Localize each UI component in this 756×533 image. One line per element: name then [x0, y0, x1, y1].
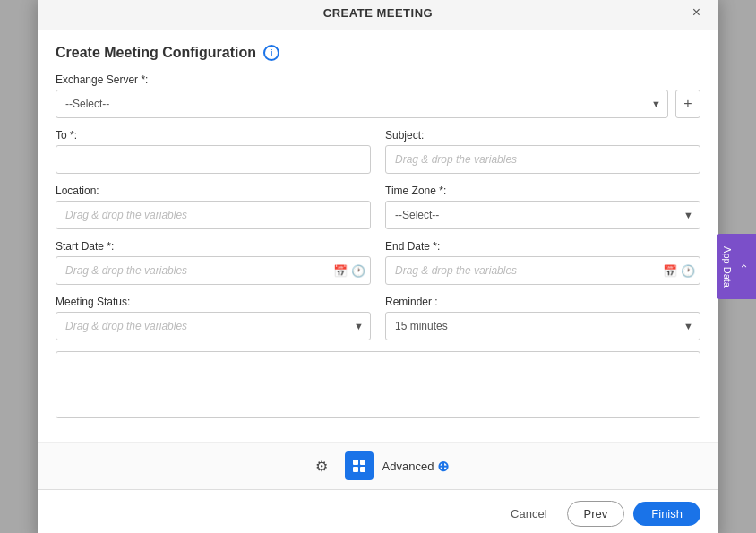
end-date-label: End Date *: — [385, 240, 700, 253]
start-date-wrapper: 📅 🕐 — [56, 256, 371, 285]
start-date-group: Start Date *: 📅 🕐 — [56, 240, 371, 285]
to-label: To *: — [56, 129, 371, 142]
exchange-server-select-wrapper: --Select-- ▼ — [56, 90, 668, 118]
timezone-select[interactable]: --Select-- — [385, 201, 700, 229]
location-input[interactable] — [56, 201, 371, 229]
reminder-label: Reminder : — [385, 296, 700, 308]
meeting-status-group: Meeting Status: Drag & drop the variable… — [56, 296, 371, 340]
advanced-plus-icon: ⊕ — [437, 458, 449, 475]
finish-button[interactable]: Finish — [633, 502, 700, 526]
exchange-server-label: Exchange Server *: — [56, 73, 668, 86]
meeting-status-select-wrapper: Drag & drop the variables ▼ — [56, 312, 371, 340]
settings-icon[interactable]: ⚙ — [307, 451, 336, 480]
location-group: Location: — [56, 185, 371, 229]
prev-button[interactable]: Prev — [567, 501, 625, 527]
app-data-tab[interactable]: ‹ App Data — [717, 234, 756, 300]
section-title: Create Meeting Configuration i — [56, 45, 700, 61]
app-data-label: App Data — [722, 246, 733, 288]
end-date-wrapper: 📅 🕐 — [385, 256, 700, 285]
dates-row: Start Date *: 📅 🕐 End Date *: — [56, 240, 700, 285]
exchange-server-row: Exchange Server *: --Select-- ▼ + — [56, 73, 700, 118]
svg-rect-3 — [360, 467, 365, 472]
modal-body: Create Meeting Configuration i Exchange … — [38, 30, 718, 442]
timezone-select-wrapper: --Select-- ▼ — [385, 201, 700, 229]
start-date-calendar-icon[interactable]: 📅 — [333, 264, 348, 278]
footer-toolbar: ⚙ Advanced ⊕ — [38, 442, 718, 489]
to-group: To *: — [56, 129, 371, 174]
create-meeting-modal: CREATE MEETING × Create Meeting Configur… — [38, 0, 718, 533]
cancel-button[interactable]: Cancel — [500, 502, 557, 526]
to-subject-row: To *: Subject: — [56, 129, 700, 174]
end-date-input[interactable] — [385, 256, 700, 285]
reminder-select[interactable]: 15 minutes 5 minutes 10 minutes 30 minut… — [385, 312, 700, 340]
subject-input[interactable] — [385, 145, 700, 174]
status-reminder-row: Meeting Status: Drag & drop the variable… — [56, 296, 700, 340]
start-date-input[interactable] — [56, 256, 371, 285]
start-date-icons: 📅 🕐 — [333, 264, 365, 278]
modal-header: CREATE MEETING × — [38, 0, 718, 30]
start-date-label: Start Date *: — [56, 240, 371, 253]
layout-icon[interactable] — [345, 451, 374, 480]
location-label: Location: — [56, 185, 371, 197]
location-timezone-row: Location: Time Zone *: --Select-- ▼ — [56, 185, 700, 229]
end-date-clock-icon[interactable]: 🕐 — [681, 264, 695, 278]
modal-title: CREATE MEETING — [270, 6, 487, 20]
svg-rect-0 — [353, 460, 358, 465]
end-date-calendar-icon[interactable]: 📅 — [663, 264, 677, 278]
subject-group: Subject: — [385, 129, 700, 174]
modal-footer: Cancel Prev Finish — [38, 489, 718, 533]
end-date-group: End Date *: 📅 🕐 — [385, 240, 700, 285]
advanced-button[interactable]: Advanced ⊕ — [382, 458, 450, 475]
app-data-chevron-icon: ‹ — [738, 265, 751, 269]
end-date-icons: 📅 🕐 — [663, 264, 695, 278]
to-input[interactable] — [56, 145, 371, 174]
close-button[interactable]: × — [689, 4, 704, 21]
subject-label: Subject: — [385, 129, 700, 142]
svg-rect-2 — [353, 467, 358, 472]
timezone-label: Time Zone *: — [385, 185, 700, 197]
svg-rect-1 — [360, 460, 365, 465]
add-exchange-button[interactable]: + — [675, 90, 700, 118]
reminder-select-wrapper: 15 minutes 5 minutes 10 minutes 30 minut… — [385, 312, 700, 340]
start-date-clock-icon[interactable]: 🕐 — [351, 264, 365, 278]
meeting-status-label: Meeting Status: — [56, 296, 371, 308]
exchange-server-group: Exchange Server *: --Select-- ▼ — [56, 73, 668, 118]
body-textarea[interactable] — [56, 351, 700, 418]
info-icon[interactable]: i — [263, 45, 279, 61]
layout-svg — [352, 459, 366, 473]
exchange-server-select[interactable]: --Select-- — [56, 90, 668, 118]
meeting-status-select[interactable]: Drag & drop the variables — [56, 312, 371, 340]
timezone-group: Time Zone *: --Select-- ▼ — [385, 185, 700, 229]
reminder-group: Reminder : 15 minutes 5 minutes 10 minut… — [385, 296, 700, 340]
